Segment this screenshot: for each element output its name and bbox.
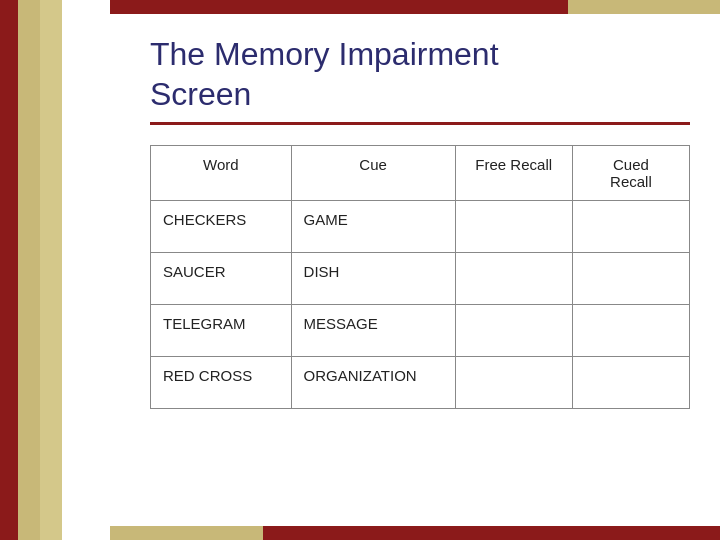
- cell-cued-recall-3: [572, 305, 689, 357]
- cell-word-2: SAUCER: [151, 253, 292, 305]
- cell-word-4: RED CROSS: [151, 357, 292, 409]
- title-section: The Memory Impairment Screen: [150, 34, 690, 125]
- top-bar-tan: [568, 0, 721, 14]
- bottom-bar-tan: [110, 526, 263, 540]
- table-row: CHECKERS GAME: [151, 201, 690, 253]
- table-row: SAUCER DISH: [151, 253, 690, 305]
- cell-cue-3: MESSAGE: [291, 305, 455, 357]
- stripe-light-tan: [40, 0, 62, 540]
- cell-free-recall-4: [455, 357, 572, 409]
- cell-word-1: CHECKERS: [151, 201, 292, 253]
- cell-free-recall-3: [455, 305, 572, 357]
- col-header-cued-recall: CuedRecall: [572, 146, 689, 201]
- top-bar: [110, 0, 720, 14]
- table-row: TELEGRAM MESSAGE: [151, 305, 690, 357]
- title-line1: The Memory Impairment: [150, 36, 499, 72]
- memory-table: Word Cue Free Recall CuedRecall CHECKERS…: [150, 145, 690, 409]
- col-header-cue: Cue: [291, 146, 455, 201]
- cell-word-3: TELEGRAM: [151, 305, 292, 357]
- cell-cued-recall-2: [572, 253, 689, 305]
- page-title: The Memory Impairment Screen: [150, 34, 690, 114]
- table-header-row: Word Cue Free Recall CuedRecall: [151, 146, 690, 201]
- col-header-free-recall: Free Recall: [455, 146, 572, 201]
- title-underline: [150, 122, 690, 125]
- stripe-white: [62, 0, 110, 540]
- bottom-bar-red: [263, 526, 721, 540]
- cell-cued-recall-4: [572, 357, 689, 409]
- cell-cue-4: ORGANIZATION: [291, 357, 455, 409]
- bottom-bar: [110, 526, 720, 540]
- stripe-dark-red: [0, 0, 18, 540]
- title-line2: Screen: [150, 76, 251, 112]
- col-header-word: Word: [151, 146, 292, 201]
- cell-free-recall-1: [455, 201, 572, 253]
- cell-cued-recall-1: [572, 201, 689, 253]
- cell-cue-2: DISH: [291, 253, 455, 305]
- cell-cue-1: GAME: [291, 201, 455, 253]
- main-content: The Memory Impairment Screen Word Cue Fr…: [110, 14, 720, 540]
- cell-free-recall-2: [455, 253, 572, 305]
- stripe-tan: [18, 0, 40, 540]
- top-bar-red: [110, 0, 568, 14]
- table-row: RED CROSS ORGANIZATION: [151, 357, 690, 409]
- left-decoration: [0, 0, 110, 540]
